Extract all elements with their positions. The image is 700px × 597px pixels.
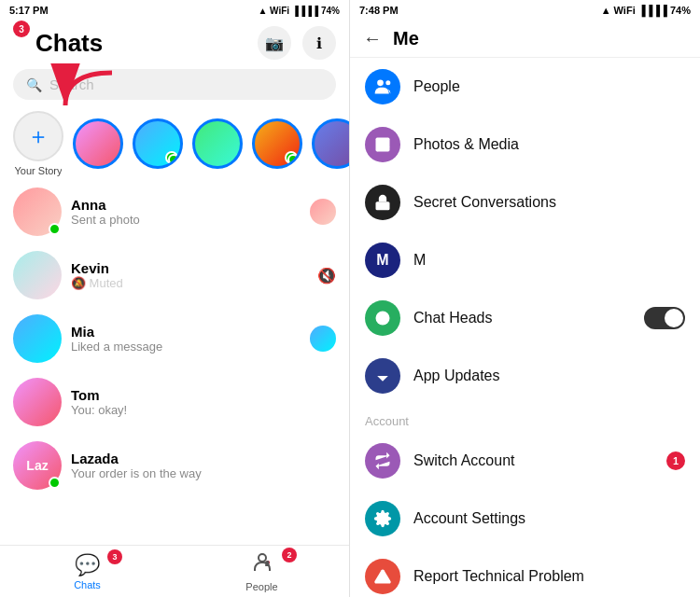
app-updates-menu-label: App Updates (413, 368, 685, 384)
chat-avatar-3 (13, 314, 62, 363)
people-label: People (245, 581, 277, 592)
svg-point-10 (379, 316, 382, 319)
status-icons-right: ▲ WiFi ▐▐▐▐ 74% (601, 5, 691, 16)
add-story-label: Your Story (15, 165, 63, 176)
chat-heads-menu-label: Chat Heads (413, 310, 631, 326)
people-menu-icon (365, 69, 400, 104)
story-avatar-3[interactable] (192, 118, 243, 169)
story-item-4[interactable] (252, 118, 302, 169)
menu-list: People Photos & Media Secret Conversatio… (350, 58, 700, 597)
chat-meta-1 (310, 199, 336, 225)
chat-preview-1: Sent a photo (71, 213, 301, 227)
chat-item-2[interactable]: Kevin 🔕 Muted 🔇 (0, 243, 349, 307)
chat-name-1: Anna (71, 197, 301, 213)
svg-point-4 (377, 80, 384, 87)
chat-list: Anna Sent a photo Kevin 🔕 Muted 🔇 (0, 180, 349, 545)
account-settings-label: Account Settings (413, 510, 685, 527)
page-title: Chats (35, 29, 103, 58)
chats-label: Chats (74, 579, 101, 590)
chat-avatar-5: Laz (13, 441, 62, 490)
status-time-right: 7:48 PM (359, 5, 399, 16)
chat-info-5: Lazada Your order is on the way (71, 451, 336, 480)
account-settings-icon (365, 501, 400, 536)
chat-avatar-2 (13, 251, 62, 299)
menu-item-app-updates[interactable]: App Updates (350, 347, 700, 405)
report-problem-icon (365, 559, 400, 594)
chat-info-1: Anna Sent a photo (71, 197, 301, 227)
chat-name-5: Lazada (71, 451, 336, 466)
m-menu-icon: M (365, 243, 400, 278)
people-icon: 2 (251, 551, 273, 579)
search-bar[interactable]: 🔍 Search (13, 69, 336, 100)
chat-item-5[interactable]: Laz Lazada Your order is on the way (0, 434, 349, 497)
chat-info-3: Mia Liked a message (71, 324, 301, 354)
chat-name-2: Kevin (71, 260, 308, 276)
chat-heads-toggle[interactable] (644, 307, 685, 329)
chat-preview-2: 🔕 Muted (71, 276, 308, 290)
story-avatar-1[interactable] (73, 118, 123, 169)
chat-avatar-4 (13, 378, 62, 426)
left-header: 3 Chats 📷 ℹ (0, 21, 349, 65)
chats-badge: 3 (107, 549, 122, 564)
svg-point-5 (385, 80, 390, 85)
chat-meta-3 (310, 326, 336, 352)
chat-avatar-1 (13, 187, 62, 236)
story-avatar-2[interactable] (133, 118, 183, 169)
svg-text:2: 2 (266, 561, 269, 566)
story-item-5[interactable] (312, 118, 349, 169)
story-item-2[interactable] (133, 118, 183, 169)
status-time-left: 5:17 PM (9, 5, 49, 16)
svg-point-7 (379, 141, 382, 144)
nav-chats[interactable]: 3 💬 Chats (0, 548, 175, 596)
chat-item-3[interactable]: Mia Liked a message (0, 307, 349, 370)
app-updates-menu-icon (365, 358, 400, 394)
menu-item-secret[interactable]: Secret Conversations (350, 174, 700, 231)
svg-point-11 (384, 316, 386, 319)
chat-info-2: Kevin 🔕 Muted (71, 260, 308, 290)
chat-name-3: Mia (71, 324, 301, 340)
camera-button[interactable]: 📷 (258, 26, 291, 60)
back-button[interactable]: ← (363, 28, 382, 49)
search-placeholder: Search (49, 76, 94, 92)
photos-menu-icon (365, 127, 400, 162)
chat-item-4[interactable]: Tom You: okay! (0, 370, 349, 434)
m-menu-label: M (413, 252, 685, 269)
menu-item-photos[interactable]: Photos & Media (350, 116, 700, 174)
secret-menu-icon (365, 185, 400, 220)
menu-item-m[interactable]: M M (350, 231, 700, 289)
chat-right-avatar-1 (310, 199, 336, 225)
title-area: 3 Chats (13, 29, 103, 58)
photos-menu-label: Photos & Media (413, 136, 685, 153)
switch-account-badge: 1 (666, 451, 685, 470)
menu-item-chat-heads[interactable]: Chat Heads (350, 289, 700, 347)
switch-account-label: Switch Account (413, 452, 653, 469)
svg-rect-8 (376, 201, 390, 210)
svg-point-9 (376, 312, 390, 326)
menu-item-account-settings[interactable]: Account Settings (350, 490, 700, 548)
add-story-button[interactable]: ＋ (13, 111, 63, 161)
status-bar-left: 5:17 PM ▲ WiFi ▐▐▐▐ 74% (0, 0, 349, 21)
story-avatar-5[interactable] (312, 118, 349, 169)
chat-preview-3: Liked a message (71, 340, 301, 354)
secret-menu-label: Secret Conversations (413, 194, 685, 211)
nav-people[interactable]: 2 2 People (175, 546, 349, 598)
right-header: ← Me (350, 21, 700, 58)
story-avatar-4[interactable] (252, 118, 302, 169)
header-icons: 📷 ℹ (258, 26, 336, 60)
menu-item-report-problem[interactable]: Report Technical Problem (350, 548, 700, 597)
story-item-1[interactable] (73, 118, 123, 169)
status-bar-right: 7:48 PM ▲ WiFi ▐▐▐▐ 74% (350, 0, 700, 21)
chat-heads-menu-icon (365, 300, 400, 336)
story-item-3[interactable] (192, 118, 243, 169)
chat-right-avatar-3 (310, 326, 336, 352)
menu-item-people[interactable]: People (350, 58, 700, 116)
svg-point-1 (259, 554, 266, 562)
left-panel: 5:17 PM ▲ WiFi ▐▐▐▐ 74% 3 Chats 📷 ℹ 🔍 Se… (0, 0, 350, 597)
info-button[interactable]: ℹ (302, 26, 336, 60)
mute-icon: 🔇 (317, 267, 336, 285)
chat-info-4: Tom You: okay! (71, 387, 336, 417)
menu-item-switch-account[interactable]: Switch Account 1 (350, 432, 700, 490)
chats-icon: 💬 (75, 553, 100, 577)
add-story-item[interactable]: ＋ Your Story (13, 111, 63, 176)
chat-item-1[interactable]: Anna Sent a photo (0, 180, 349, 243)
